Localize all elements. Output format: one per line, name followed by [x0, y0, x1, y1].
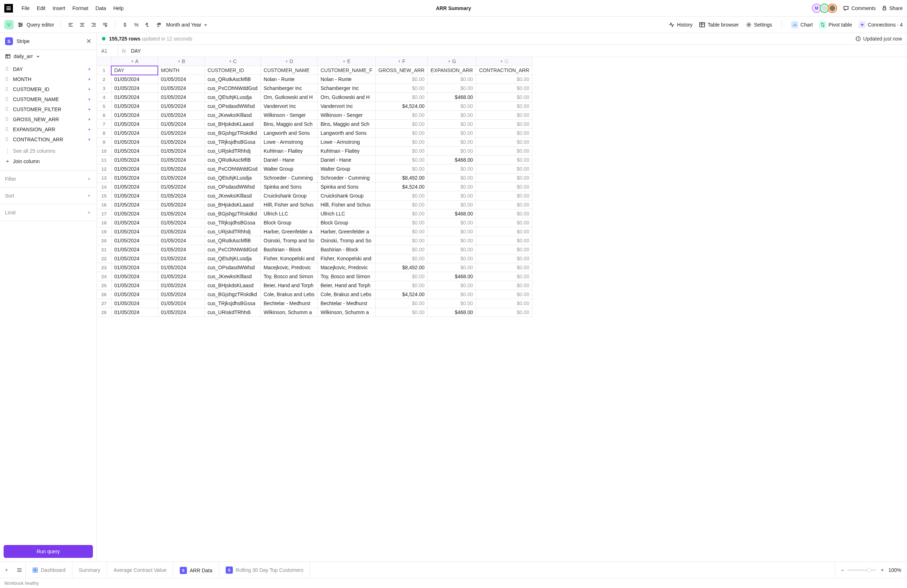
data-cell[interactable]: 01/05/2024 [158, 218, 205, 227]
data-cell[interactable]: 01/05/2024 [111, 129, 158, 138]
data-cell[interactable]: cus_QRutkAscMfiB [205, 236, 260, 245]
data-cell[interactable]: Macejkovic, Predovic [260, 263, 317, 272]
header-cell[interactable]: EXPANSION_ARR [428, 66, 476, 75]
data-cell[interactable]: cus_TRjksjdhsBGssa [205, 218, 260, 227]
data-cell[interactable]: Daniel - Hane [260, 156, 317, 165]
data-cell[interactable]: Wilkinson - Senger [317, 111, 375, 120]
data-cell[interactable]: cus_OPsdasdWWlsd [205, 102, 260, 111]
cell-reference[interactable]: A1 [97, 45, 119, 57]
data-cell[interactable]: cus_QEtuhjKLusdja [205, 254, 260, 263]
drag-handle-icon[interactable]: ⠿ [5, 86, 9, 92]
data-cell[interactable]: $0.00 [375, 75, 427, 84]
data-cell[interactable]: $0.00 [476, 138, 532, 147]
formula-input[interactable]: DAY [130, 48, 143, 54]
row-number[interactable]: 4 [97, 93, 111, 102]
row-number[interactable]: 8 [97, 129, 111, 138]
comments-button[interactable]: Comments [843, 5, 876, 11]
sort-section[interactable]: Sort＋ [0, 187, 96, 204]
data-cell[interactable]: Wilkinson - Senger [260, 111, 317, 120]
data-cell[interactable]: 01/05/2024 [111, 147, 158, 156]
data-cell[interactable]: Nolan - Runte [260, 75, 317, 84]
data-cell[interactable]: $0.00 [375, 308, 427, 317]
document-title[interactable]: ARR Summary [436, 5, 471, 11]
data-cell[interactable]: cus_BHjskdsKLaasd [205, 200, 260, 209]
data-cell[interactable]: Orn, Gutkowski and H [260, 93, 317, 102]
data-cell[interactable]: 01/05/2024 [158, 111, 205, 120]
data-cell[interactable]: $0.00 [428, 84, 476, 93]
data-cell[interactable]: 01/05/2024 [158, 182, 205, 192]
data-cell[interactable]: 01/05/2024 [158, 245, 205, 254]
data-cell[interactable]: $0.00 [375, 138, 427, 147]
data-cell[interactable]: $0.00 [476, 263, 532, 272]
data-cell[interactable]: $0.00 [476, 281, 532, 290]
data-cell[interactable]: Osinski, Tromp and So [260, 236, 317, 245]
data-cell[interactable]: 01/05/2024 [158, 227, 205, 236]
data-cell[interactable]: $0.00 [428, 263, 476, 272]
data-cell[interactable]: 01/05/2024 [111, 156, 158, 165]
data-cell[interactable]: 01/05/2024 [158, 200, 205, 209]
connections-button[interactable]: Connections · 4 [859, 21, 903, 28]
data-cell[interactable]: $0.00 [476, 200, 532, 209]
data-cell[interactable]: $0.00 [375, 147, 427, 156]
data-cell[interactable]: cus_PxCOhNWddGsd [205, 165, 260, 174]
data-cell[interactable]: $0.00 [375, 165, 427, 174]
data-cell[interactable]: cus_QRutkAscMfiB [205, 75, 260, 84]
drag-handle-icon[interactable]: ⠿ [5, 96, 9, 102]
data-cell[interactable]: 01/05/2024 [158, 75, 205, 84]
data-cell[interactable]: $0.00 [476, 111, 532, 120]
row-number[interactable]: 16 [97, 200, 111, 209]
data-cell[interactable]: 01/05/2024 [158, 272, 205, 281]
data-cell[interactable]: Kuhlman - Flatley [260, 147, 317, 156]
data-cell[interactable]: $0.00 [428, 200, 476, 209]
row-number[interactable]: 22 [97, 254, 111, 263]
data-cell[interactable]: $0.00 [375, 245, 427, 254]
data-cell[interactable]: $0.00 [428, 254, 476, 263]
data-cell[interactable]: Daniel - Hane [317, 156, 375, 165]
data-cell[interactable]: 01/05/2024 [158, 138, 205, 147]
query-editor-button[interactable]: Query editor [17, 21, 54, 28]
data-cell[interactable]: $0.00 [476, 209, 532, 218]
data-cell[interactable]: cus_BHjskdsKLaasd [205, 281, 260, 290]
data-cell[interactable]: Ullrich LLC [260, 209, 317, 218]
data-cell[interactable]: cus_URiskdTRhhdi [205, 308, 260, 317]
row-number[interactable]: 2 [97, 75, 111, 84]
menu-insert[interactable]: Insert [53, 5, 65, 11]
updated-timestamp[interactable]: Updated just now [855, 36, 902, 42]
data-cell[interactable]: Nolan - Runte [317, 75, 375, 84]
data-cell[interactable]: $0.00 [375, 84, 427, 93]
data-cell[interactable]: $0.00 [428, 129, 476, 138]
row-number[interactable]: 21 [97, 245, 111, 254]
data-cell[interactable]: $0.00 [375, 281, 427, 290]
header-cell[interactable]: CUSTOMER_ID [205, 66, 260, 75]
row-number[interactable]: 12 [97, 165, 111, 174]
data-cell[interactable]: Spinka and Sons [260, 182, 317, 192]
tab-acv[interactable]: Average Contract Value [107, 562, 173, 578]
row-number[interactable]: 7 [97, 120, 111, 129]
data-cell[interactable]: $0.00 [375, 93, 427, 102]
data-cell[interactable]: Lowe - Armstrong [317, 138, 375, 147]
data-cell[interactable]: cus_BGjshgzTRskdkd [205, 209, 260, 218]
row-number[interactable]: 24 [97, 272, 111, 281]
tab-arr-data[interactable]: S ARR Data [173, 562, 219, 578]
menu-file[interactable]: File [21, 5, 30, 11]
column-item[interactable]: ⠿DAY [0, 64, 96, 74]
drag-handle-icon[interactable]: ⠿ [5, 77, 9, 82]
join-column-button[interactable]: ＋ Join column [0, 156, 96, 167]
data-cell[interactable]: $0.00 [476, 236, 532, 245]
currency-icon[interactable]: $ [122, 21, 128, 28]
data-cell[interactable]: 01/05/2024 [111, 93, 158, 102]
column-letter[interactable]: B [158, 57, 205, 66]
data-cell[interactable]: cus_OPsdasdWWlsd [205, 263, 260, 272]
header-cell[interactable]: CUSTOMER_NAME [260, 66, 317, 75]
data-cell[interactable]: 01/05/2024 [158, 308, 205, 317]
data-cell[interactable]: cus_BHjskdsKLaasd [205, 120, 260, 129]
menu-data[interactable]: Data [95, 5, 106, 11]
data-cell[interactable]: $0.00 [428, 182, 476, 192]
drag-handle-icon[interactable]: ⠿ [5, 66, 9, 72]
data-cell[interactable]: Orn, Gutkowski and H [317, 93, 375, 102]
data-cell[interactable]: 01/05/2024 [158, 263, 205, 272]
drag-handle-icon[interactable]: ⠿ [5, 107, 9, 112]
data-cell[interactable]: Fisher, Konopelski and [260, 254, 317, 263]
data-cell[interactable]: $0.00 [428, 75, 476, 84]
row-number[interactable]: 18 [97, 218, 111, 227]
